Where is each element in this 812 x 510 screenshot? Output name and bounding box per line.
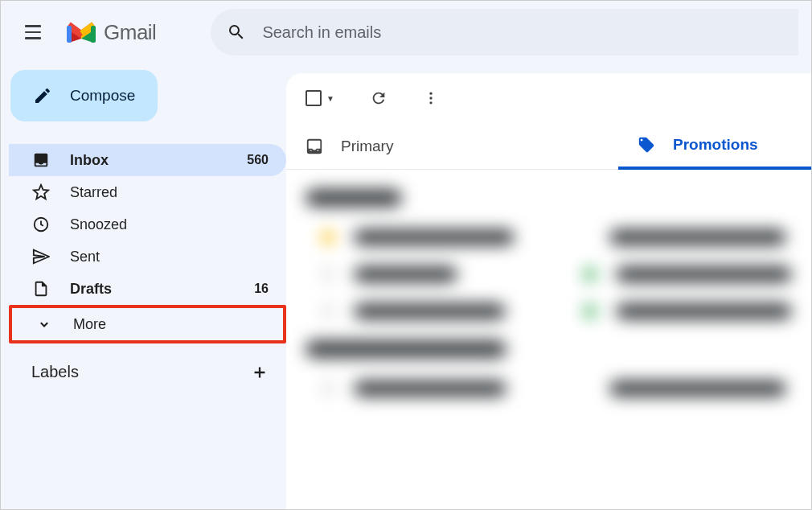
- clock-icon: [31, 215, 51, 234]
- refresh-icon[interactable]: [370, 89, 388, 107]
- gmail-m-icon: [67, 21, 96, 43]
- nav-label: More: [73, 316, 265, 333]
- sidebar: Compose Inbox 560 Starred Snooz: [1, 64, 286, 510]
- svg-point-4: [429, 97, 432, 99]
- search-box[interactable]: [211, 9, 798, 56]
- sidebar-item-inbox[interactable]: Inbox 560: [9, 144, 286, 176]
- hamburger-icon: [25, 25, 41, 39]
- sidebar-item-drafts[interactable]: Drafts 16: [9, 273, 286, 305]
- search-input[interactable]: [262, 23, 782, 42]
- menu-button[interactable]: [14, 13, 52, 51]
- more-vert-icon[interactable]: [423, 90, 439, 106]
- send-icon: [31, 247, 51, 266]
- sidebar-item-starred[interactable]: Starred: [9, 176, 286, 208]
- nav-count: 560: [247, 153, 269, 167]
- labels-title: Labels: [31, 363, 251, 381]
- inbox-icon: [31, 150, 51, 170]
- chevron-down-icon: [35, 315, 54, 334]
- email-list-blurred: [286, 170, 811, 437]
- svg-point-3: [429, 93, 432, 95]
- search-icon: [227, 23, 246, 42]
- svg-point-5: [429, 101, 432, 104]
- select-all-checkbox[interactable]: ▼: [306, 90, 334, 106]
- file-icon: [31, 279, 51, 298]
- sidebar-item-more[interactable]: More: [9, 305, 286, 343]
- tab-promotions[interactable]: Promotions: [618, 123, 811, 170]
- labels-header: Labels: [9, 343, 286, 388]
- plus-icon[interactable]: [251, 364, 269, 381]
- compose-label: Compose: [70, 87, 135, 105]
- gmail-logo[interactable]: Gmail: [67, 20, 156, 45]
- inbox-tab-icon: [306, 138, 323, 155]
- tab-primary[interactable]: Primary: [286, 123, 479, 169]
- nav-label: Sent: [70, 249, 269, 265]
- nav-count: 16: [254, 282, 269, 296]
- toolbar: ▼: [286, 73, 811, 123]
- tab-label: Primary: [341, 138, 393, 155]
- nav-label: Snoozed: [70, 216, 269, 233]
- nav-label: Drafts: [70, 281, 254, 298]
- tab-label: Promotions: [673, 136, 758, 154]
- pencil-icon: [33, 86, 52, 105]
- nav-label: Starred: [70, 184, 269, 201]
- svg-rect-0: [67, 26, 72, 43]
- checkbox-icon: [306, 90, 322, 106]
- sidebar-item-snoozed[interactable]: Snoozed: [9, 208, 286, 241]
- compose-button[interactable]: Compose: [10, 70, 158, 121]
- app-name: Gmail: [104, 20, 156, 45]
- category-tabs: Primary Promotions: [286, 123, 811, 170]
- tag-icon: [638, 136, 655, 154]
- svg-rect-1: [91, 26, 96, 43]
- main-panel: ▼ Primary Promotions: [286, 73, 811, 510]
- star-icon: [31, 183, 51, 202]
- dropdown-arrow-icon: ▼: [326, 94, 334, 103]
- nav-label: Inbox: [70, 152, 247, 169]
- sidebar-item-sent[interactable]: Sent: [9, 241, 286, 273]
